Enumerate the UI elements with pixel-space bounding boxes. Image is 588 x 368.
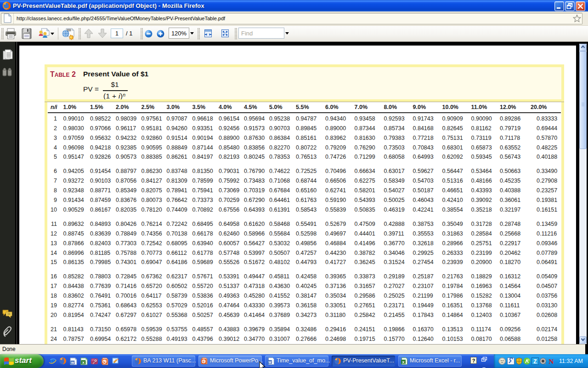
svg-text:X: X [402, 360, 405, 364]
svg-text:W: W [71, 361, 74, 365]
svg-text:X: X [82, 361, 85, 365]
svg-text:Z: Z [533, 358, 537, 365]
svg-text:N: N [549, 358, 554, 365]
svg-text:W: W [268, 361, 271, 364]
